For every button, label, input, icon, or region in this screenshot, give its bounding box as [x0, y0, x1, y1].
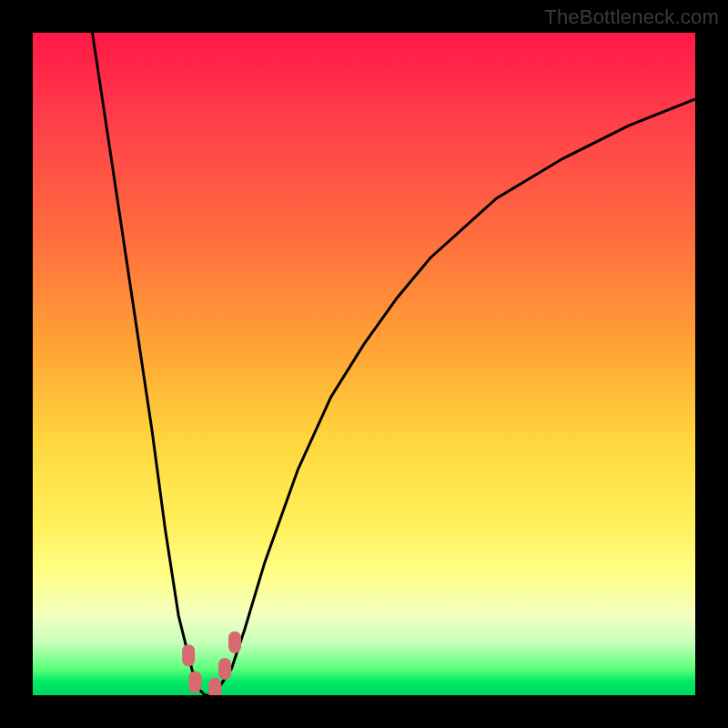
bottleneck-curve — [93, 33, 696, 695]
marker-group — [182, 632, 241, 695]
plot-area — [33, 33, 695, 695]
curve-marker — [208, 678, 221, 695]
watermark-text: TheBottleneck.com — [544, 5, 719, 29]
curve-marker — [182, 644, 195, 666]
curve-marker — [218, 658, 231, 680]
curve-marker — [228, 632, 241, 653]
curve-marker — [188, 671, 201, 693]
curve-layer — [33, 33, 695, 695]
chart-container: TheBottleneck.com — [0, 0, 728, 728]
